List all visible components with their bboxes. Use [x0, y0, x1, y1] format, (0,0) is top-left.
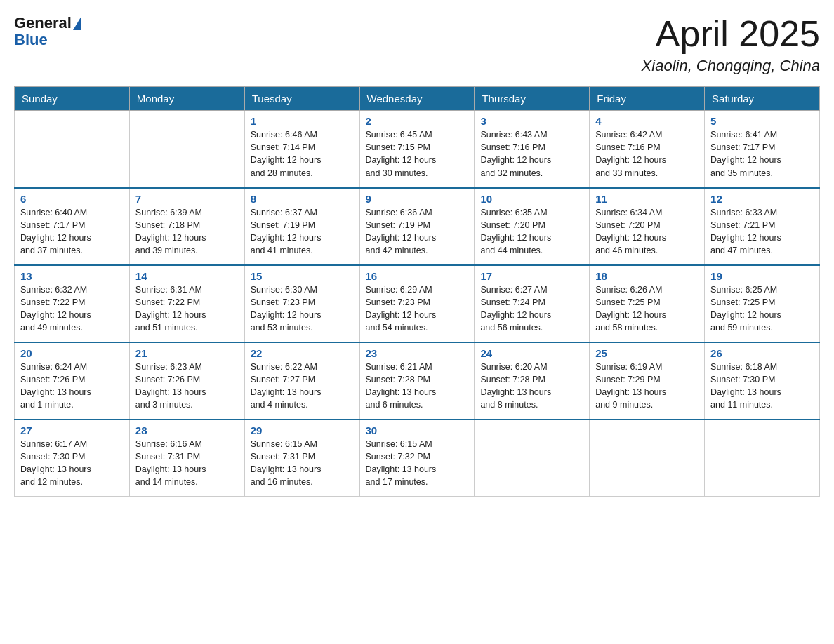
day-info: Sunrise: 6:29 AMSunset: 7:23 PMDaylight:… [366, 283, 469, 335]
calendar-day-cell: 14Sunrise: 6:31 AMSunset: 7:22 PMDayligh… [129, 265, 244, 342]
day-number: 15 [251, 270, 354, 282]
day-number: 20 [20, 347, 124, 359]
weekday-header-tuesday: Tuesday [244, 87, 359, 111]
day-number: 18 [595, 270, 699, 282]
day-number: 1 [251, 115, 354, 127]
day-info: Sunrise: 6:37 AMSunset: 7:19 PMDaylight:… [251, 206, 354, 257]
calendar-day-cell [129, 111, 244, 188]
calendar-title: April 2025 [642, 14, 820, 54]
day-info: Sunrise: 6:46 AMSunset: 7:14 PMDaylight:… [251, 128, 354, 180]
weekday-header-thursday: Thursday [475, 87, 590, 111]
day-info: Sunrise: 6:35 AMSunset: 7:20 PMDaylight:… [480, 206, 583, 257]
logo-general-text: General [14, 14, 72, 32]
calendar-day-cell: 6Sunrise: 6:40 AMSunset: 7:17 PMDaylight… [15, 188, 130, 265]
day-number: 5 [710, 115, 814, 127]
day-number: 23 [366, 347, 469, 359]
day-info: Sunrise: 6:17 AMSunset: 7:30 PMDaylight:… [20, 438, 124, 489]
day-number: 12 [710, 193, 814, 205]
calendar-day-cell: 12Sunrise: 6:33 AMSunset: 7:21 PMDayligh… [705, 188, 820, 265]
calendar-day-cell: 23Sunrise: 6:21 AMSunset: 7:28 PMDayligh… [359, 342, 475, 420]
calendar-day-cell: 28Sunrise: 6:16 AMSunset: 7:31 PMDayligh… [129, 420, 244, 497]
calendar-day-cell [475, 420, 590, 497]
day-info: Sunrise: 6:40 AMSunset: 7:17 PMDaylight:… [20, 206, 124, 257]
day-info: Sunrise: 6:36 AMSunset: 7:19 PMDaylight:… [366, 206, 469, 257]
day-number: 4 [595, 115, 699, 127]
day-info: Sunrise: 6:26 AMSunset: 7:25 PMDaylight:… [595, 283, 699, 335]
day-number: 10 [480, 193, 583, 205]
day-number: 24 [480, 347, 583, 359]
day-info: Sunrise: 6:32 AMSunset: 7:22 PMDaylight:… [20, 283, 124, 335]
calendar-day-cell: 15Sunrise: 6:30 AMSunset: 7:23 PMDayligh… [244, 265, 359, 342]
calendar-day-cell: 22Sunrise: 6:22 AMSunset: 7:27 PMDayligh… [244, 342, 359, 420]
day-info: Sunrise: 6:21 AMSunset: 7:28 PMDaylight:… [366, 361, 469, 412]
calendar-day-cell: 26Sunrise: 6:18 AMSunset: 7:30 PMDayligh… [705, 342, 820, 420]
calendar-header-row: SundayMondayTuesdayWednesdayThursdayFrid… [15, 87, 820, 111]
logo-triangle-icon [73, 16, 81, 30]
calendar-day-cell [705, 420, 820, 497]
day-info: Sunrise: 6:15 AMSunset: 7:32 PMDaylight:… [366, 438, 469, 489]
day-number: 17 [480, 270, 583, 282]
calendar-location: Xiaolin, Chongqing, China [642, 57, 820, 75]
day-info: Sunrise: 6:43 AMSunset: 7:16 PMDaylight:… [480, 128, 583, 180]
day-info: Sunrise: 6:45 AMSunset: 7:15 PMDaylight:… [366, 128, 469, 180]
calendar-table: SundayMondayTuesdayWednesdayThursdayFrid… [14, 86, 820, 497]
calendar-day-cell: 27Sunrise: 6:17 AMSunset: 7:30 PMDayligh… [15, 420, 130, 497]
calendar-week-row: 20Sunrise: 6:24 AMSunset: 7:26 PMDayligh… [15, 342, 820, 420]
calendar-day-cell: 16Sunrise: 6:29 AMSunset: 7:23 PMDayligh… [359, 265, 475, 342]
day-number: 26 [710, 347, 814, 359]
calendar-day-cell: 25Sunrise: 6:19 AMSunset: 7:29 PMDayligh… [590, 342, 705, 420]
calendar-day-cell: 29Sunrise: 6:15 AMSunset: 7:31 PMDayligh… [244, 420, 359, 497]
day-number: 3 [480, 115, 583, 127]
weekday-header-sunday: Sunday [15, 87, 130, 111]
logo: General Blue [14, 14, 81, 49]
calendar-day-cell: 8Sunrise: 6:37 AMSunset: 7:19 PMDaylight… [244, 188, 359, 265]
day-number: 14 [135, 270, 239, 282]
calendar-day-cell: 21Sunrise: 6:23 AMSunset: 7:26 PMDayligh… [129, 342, 244, 420]
day-info: Sunrise: 6:42 AMSunset: 7:16 PMDaylight:… [595, 128, 699, 180]
calendar-day-cell: 3Sunrise: 6:43 AMSunset: 7:16 PMDaylight… [475, 111, 590, 188]
calendar-day-cell: 1Sunrise: 6:46 AMSunset: 7:14 PMDaylight… [244, 111, 359, 188]
calendar-week-row: 27Sunrise: 6:17 AMSunset: 7:30 PMDayligh… [15, 420, 820, 497]
day-info: Sunrise: 6:30 AMSunset: 7:23 PMDaylight:… [251, 283, 354, 335]
day-number: 21 [135, 347, 239, 359]
day-info: Sunrise: 6:22 AMSunset: 7:27 PMDaylight:… [251, 361, 354, 412]
calendar-day-cell: 13Sunrise: 6:32 AMSunset: 7:22 PMDayligh… [15, 265, 130, 342]
day-number: 13 [20, 270, 124, 282]
day-number: 11 [595, 193, 699, 205]
calendar-week-row: 1Sunrise: 6:46 AMSunset: 7:14 PMDaylight… [15, 111, 820, 188]
day-number: 7 [135, 193, 239, 205]
calendar-day-cell: 17Sunrise: 6:27 AMSunset: 7:24 PMDayligh… [475, 265, 590, 342]
calendar-day-cell: 11Sunrise: 6:34 AMSunset: 7:20 PMDayligh… [590, 188, 705, 265]
calendar-day-cell: 10Sunrise: 6:35 AMSunset: 7:20 PMDayligh… [475, 188, 590, 265]
day-number: 16 [366, 270, 469, 282]
day-info: Sunrise: 6:39 AMSunset: 7:18 PMDaylight:… [135, 206, 239, 257]
day-info: Sunrise: 6:18 AMSunset: 7:30 PMDaylight:… [710, 361, 814, 412]
calendar-day-cell: 2Sunrise: 6:45 AMSunset: 7:15 PMDaylight… [359, 111, 475, 188]
day-info: Sunrise: 6:19 AMSunset: 7:29 PMDaylight:… [595, 361, 699, 412]
day-info: Sunrise: 6:23 AMSunset: 7:26 PMDaylight:… [135, 361, 239, 412]
calendar-day-cell: 18Sunrise: 6:26 AMSunset: 7:25 PMDayligh… [590, 265, 705, 342]
day-number: 29 [251, 424, 354, 436]
calendar-day-cell: 7Sunrise: 6:39 AMSunset: 7:18 PMDaylight… [129, 188, 244, 265]
weekday-header-friday: Friday [590, 87, 705, 111]
day-info: Sunrise: 6:27 AMSunset: 7:24 PMDaylight:… [480, 283, 583, 335]
calendar-week-row: 6Sunrise: 6:40 AMSunset: 7:17 PMDaylight… [15, 188, 820, 265]
calendar-day-cell: 24Sunrise: 6:20 AMSunset: 7:28 PMDayligh… [475, 342, 590, 420]
weekday-header-saturday: Saturday [705, 87, 820, 111]
calendar-day-cell: 4Sunrise: 6:42 AMSunset: 7:16 PMDaylight… [590, 111, 705, 188]
day-info: Sunrise: 6:24 AMSunset: 7:26 PMDaylight:… [20, 361, 124, 412]
calendar-day-cell [15, 111, 130, 188]
day-info: Sunrise: 6:33 AMSunset: 7:21 PMDaylight:… [710, 206, 814, 257]
day-info: Sunrise: 6:20 AMSunset: 7:28 PMDaylight:… [480, 361, 583, 412]
weekday-header-wednesday: Wednesday [359, 87, 475, 111]
logo-blue-text: Blue [14, 31, 48, 49]
day-info: Sunrise: 6:15 AMSunset: 7:31 PMDaylight:… [251, 438, 354, 489]
day-number: 27 [20, 424, 124, 436]
calendar-day-cell: 9Sunrise: 6:36 AMSunset: 7:19 PMDaylight… [359, 188, 475, 265]
calendar-day-cell: 19Sunrise: 6:25 AMSunset: 7:25 PMDayligh… [705, 265, 820, 342]
day-number: 2 [366, 115, 469, 127]
day-number: 19 [710, 270, 814, 282]
day-info: Sunrise: 6:31 AMSunset: 7:22 PMDaylight:… [135, 283, 239, 335]
calendar-day-cell: 20Sunrise: 6:24 AMSunset: 7:26 PMDayligh… [15, 342, 130, 420]
day-info: Sunrise: 6:34 AMSunset: 7:20 PMDaylight:… [595, 206, 699, 257]
